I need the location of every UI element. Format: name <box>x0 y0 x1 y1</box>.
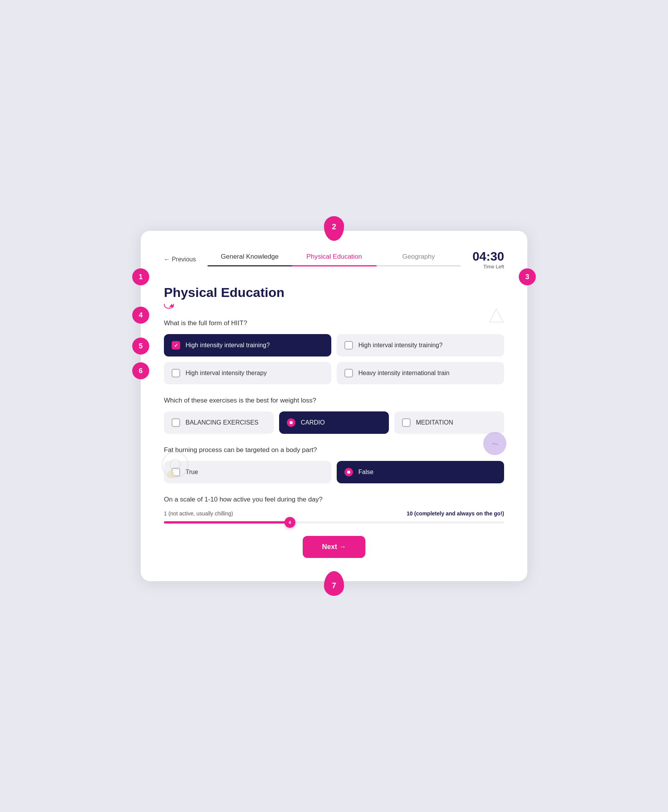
q2-option-2-label: CARDIO <box>301 419 325 426</box>
q1-option-1-label: High intensity interval training? <box>186 342 270 349</box>
q1-checkbox-1: ✓ <box>172 341 180 350</box>
q2-radio-dot-2 <box>290 421 293 424</box>
q1-checkbox-3 <box>172 369 180 377</box>
triangle-decoration <box>489 308 504 324</box>
tab-physical-education[interactable]: Physical Education <box>292 253 376 266</box>
question-4-section: On a scale of 1-10 how active you feel d… <box>164 496 504 524</box>
timer: 04:30 Time Left <box>472 249 504 270</box>
previous-button[interactable]: ← Previous <box>164 256 196 263</box>
scale-right-label: 10 (completely and always on the go!) <box>407 510 504 517</box>
q3-radio-dot-2 <box>347 471 350 474</box>
next-button[interactable]: Next → <box>303 536 365 558</box>
question-2-options: BALANCING EXERCISES CARDIO MEDITATION <box>164 411 504 434</box>
wavy-decoration: 〜 <box>492 440 499 449</box>
question-1-options: ✓ High intensity interval training? High… <box>164 334 504 384</box>
scale-labels: 1 (not active, usually chilling) 10 (com… <box>164 510 504 517</box>
q1-option-4-label: Heavy intensity international train <box>358 370 450 377</box>
timer-time: 04:30 <box>472 249 504 264</box>
slider-fill <box>164 521 290 524</box>
ring-inner-decoration <box>169 459 181 471</box>
slider-thumb[interactable]: 4 <box>285 517 295 528</box>
header: ← Previous General Knowledge Physical Ed… <box>164 249 504 270</box>
scale-left-label: 1 (not active, usually chilling) <box>164 510 233 517</box>
q2-option-3-label: MEDITATION <box>416 419 453 426</box>
badge-7: 7 <box>324 571 344 596</box>
svg-marker-0 <box>489 309 503 322</box>
q3-option-1[interactable]: True <box>164 461 331 483</box>
q1-option-1[interactable]: ✓ High intensity interval training? <box>164 334 331 357</box>
q1-checkbox-4 <box>344 369 353 377</box>
q2-checkbox-1 <box>172 418 180 427</box>
question-4-text: On a scale of 1-10 how active you feel d… <box>164 496 504 503</box>
badge-3: 3 <box>519 268 536 285</box>
title-underline-decoration <box>164 303 175 309</box>
next-button-container: Next → <box>164 536 504 558</box>
slider-container[interactable]: 4 <box>164 521 504 524</box>
q2-checkbox-3 <box>402 418 411 427</box>
q2-radio-2 <box>287 418 295 427</box>
q1-checkbox-2 <box>344 341 353 350</box>
q2-option-1-label: BALANCING EXERCISES <box>186 419 259 426</box>
badge-6: 6 <box>132 362 149 379</box>
question-1-text: What is the full form of HIIT? <box>164 319 504 327</box>
q1-option-2-label: High interval intensity training? <box>358 342 443 349</box>
q3-option-2-label: False <box>358 469 373 476</box>
timer-label: Time Left <box>472 264 504 270</box>
dot-decoration <box>167 471 175 478</box>
question-3-text: Fat burning process can be targeted on a… <box>164 446 504 454</box>
quiz-container: 1 2 3 4 5 6 7 〜 ← Previous General Knowl… <box>141 231 527 581</box>
question-2-text: Which of these exercises is the best for… <box>164 397 504 404</box>
q1-option-4[interactable]: Heavy intensity international train <box>337 362 504 384</box>
question-1-section: What is the full form of HIIT? ✓ High in… <box>164 319 504 384</box>
q1-option-2[interactable]: High interval intensity training? <box>337 334 504 357</box>
q3-radio-2 <box>344 468 353 476</box>
badge-5: 5 <box>132 338 149 355</box>
section-title: Physical Education <box>164 285 504 300</box>
badge-2: 2 <box>324 216 344 241</box>
q2-option-1[interactable]: BALANCING EXERCISES <box>164 411 274 434</box>
tab-general-knowledge[interactable]: General Knowledge <box>208 253 292 266</box>
slider-track: 4 <box>164 521 504 524</box>
q2-option-2[interactable]: CARDIO <box>279 411 389 434</box>
q1-option-3[interactable]: High interval intensity therapy <box>164 362 331 384</box>
tabs: General Knowledge Physical Education Geo… <box>208 253 461 266</box>
checkmark-1: ✓ <box>174 343 178 348</box>
tab-geography[interactable]: Geography <box>377 253 461 266</box>
badge-4: 4 <box>132 307 149 324</box>
question-3-section: Fat burning process can be targeted on a… <box>164 446 504 483</box>
q2-option-3[interactable]: MEDITATION <box>394 411 504 434</box>
question-2-section: Which of these exercises is the best for… <box>164 397 504 434</box>
q3-option-2[interactable]: False <box>337 461 504 483</box>
question-3-options: True False <box>164 461 504 483</box>
badge-1: 1 <box>132 268 149 285</box>
q1-option-3-label: High interval intensity therapy <box>186 370 267 377</box>
